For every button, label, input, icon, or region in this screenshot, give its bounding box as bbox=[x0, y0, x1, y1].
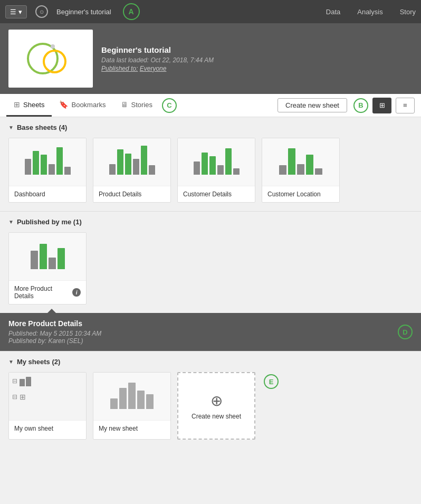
dashboard-chart bbox=[23, 147, 73, 177]
bar bbox=[49, 258, 56, 269]
dot bbox=[51, 44, 55, 49]
my-new-sheet-chart bbox=[108, 382, 156, 411]
bar bbox=[225, 148, 232, 175]
card-my-new-sheet-thumb bbox=[93, 373, 170, 420]
bar bbox=[233, 168, 240, 175]
collapse-arrow-icon: ▼ bbox=[8, 359, 14, 365]
card-dashboard[interactable]: Dashboard bbox=[8, 138, 87, 203]
stories-icon: 🖥 bbox=[121, 100, 128, 109]
bar bbox=[141, 146, 147, 175]
bar bbox=[209, 156, 216, 175]
more-product-details-chart bbox=[28, 242, 67, 271]
card-customer-location[interactable]: Customer Location bbox=[262, 138, 340, 203]
bar bbox=[20, 379, 25, 386]
app-thumbnail bbox=[8, 30, 93, 88]
base-sheets-header[interactable]: ▼ Base sheets (4) bbox=[8, 123, 413, 131]
annotation-b: B bbox=[353, 98, 368, 113]
app-name: Beginner's tutorial bbox=[56, 8, 111, 16]
bar bbox=[117, 149, 123, 175]
my-sheets-header[interactable]: ▼ My sheets (2) bbox=[8, 358, 413, 366]
card-product-details[interactable]: Product Details bbox=[93, 138, 171, 203]
card-product-details-thumb bbox=[93, 138, 170, 186]
base-sheets-section: ▼ Base sheets (4) Dashboard bbox=[0, 117, 421, 203]
bar bbox=[109, 164, 116, 175]
published-by-me-section: ▼ Published by me (1) More Product Detai… bbox=[0, 212, 421, 305]
bar bbox=[125, 154, 131, 175]
bar bbox=[306, 155, 313, 175]
card-more-product-details[interactable]: More Product Details i bbox=[8, 232, 87, 305]
annotation-d: D bbox=[398, 325, 413, 339]
menu-button[interactable]: ☰ ▾ bbox=[5, 5, 27, 18]
tooltip-published-date: Published: May 5 2015 10:34 AM bbox=[8, 330, 413, 337]
bar bbox=[49, 164, 55, 175]
bar bbox=[56, 147, 63, 175]
nav-links: Data Analysis Story bbox=[326, 8, 416, 16]
card-customer-details-label: Customer Details bbox=[178, 186, 255, 202]
bar bbox=[149, 165, 155, 175]
stacked-bars-1 bbox=[20, 376, 31, 386]
bookmarks-icon: 🔖 bbox=[59, 100, 68, 109]
app-icon: ⊙ bbox=[35, 5, 48, 18]
bar bbox=[133, 159, 139, 175]
tab-stories[interactable]: 🖥 Stories bbox=[113, 94, 160, 117]
card-customer-location-label: Customer Location bbox=[262, 186, 339, 202]
view-grid-button[interactable]: ⊞ bbox=[372, 98, 391, 113]
nav-data[interactable]: Data bbox=[326, 8, 340, 16]
base-sheets-grid: Dashboard Product Details bbox=[8, 138, 413, 203]
published-by-me-header[interactable]: ▼ Published by me (1) bbox=[8, 218, 413, 226]
main-content: ▼ Base sheets (4) Dashboard bbox=[0, 117, 421, 459]
bar bbox=[26, 377, 31, 386]
my-sheets-title: My sheets (2) bbox=[17, 358, 60, 366]
bar bbox=[31, 251, 38, 269]
stacked-row-1: ⊟ bbox=[12, 376, 83, 386]
app-header: Beginner's tutorial Data last loaded: Oc… bbox=[0, 23, 421, 94]
bar bbox=[217, 165, 224, 175]
card-dashboard-thumb bbox=[9, 138, 86, 186]
collapse-arrow-icon: ▼ bbox=[8, 219, 14, 225]
bar bbox=[64, 167, 71, 175]
app-info: Beginner's tutorial Data last loaded: Oc… bbox=[101, 45, 214, 72]
list-icon-2: ⊟ bbox=[12, 393, 17, 401]
published-by-me-title: Published by me (1) bbox=[17, 218, 82, 226]
tab-sheets[interactable]: ⊞ Sheets bbox=[6, 94, 52, 117]
card-my-own-sheet[interactable]: ⊟ ⊟ ⊞ My own sheet bbox=[8, 372, 87, 440]
card-customer-details-thumb bbox=[178, 138, 255, 186]
bar bbox=[279, 165, 286, 175]
bar bbox=[315, 168, 322, 175]
dropdown-arrow-icon: ▾ bbox=[18, 8, 22, 16]
bar bbox=[41, 155, 47, 175]
app-title: Beginner's tutorial bbox=[101, 45, 214, 54]
circles-logo bbox=[24, 40, 77, 77]
tab-bookmarks[interactable]: 🔖 Bookmarks bbox=[52, 94, 113, 117]
card-dashboard-label: Dashboard bbox=[9, 186, 86, 202]
card-my-own-sheet-thumb: ⊟ ⊟ ⊞ bbox=[9, 373, 86, 420]
view-list-button[interactable]: ≡ bbox=[396, 98, 415, 113]
last-loaded: Data last loaded: Oct 22, 2018, 7:44 AM bbox=[101, 56, 214, 64]
collapse-arrow-icon: ▼ bbox=[8, 125, 14, 130]
grid-icon: ⊞ bbox=[20, 393, 26, 401]
bar bbox=[146, 394, 154, 409]
grid-view-icon: ⊞ bbox=[379, 101, 385, 109]
bar bbox=[288, 148, 295, 175]
card-my-new-sheet-label: My new sheet bbox=[93, 420, 170, 436]
card-more-product-details-label: More Product Details i bbox=[9, 280, 86, 304]
tab-stories-label: Stories bbox=[131, 101, 152, 109]
info-icon[interactable]: i bbox=[72, 288, 81, 297]
nav-analysis[interactable]: Analysis bbox=[357, 8, 382, 16]
annotation-a: A bbox=[123, 3, 140, 20]
create-new-sheet-card[interactable]: ⊕ Create new sheet bbox=[177, 372, 255, 440]
nav-story[interactable]: Story bbox=[400, 8, 416, 16]
tooltip-panel: More Product Details Published: May 5 20… bbox=[0, 313, 421, 351]
tooltip-published-by: Published by: Karen (SEL) bbox=[8, 337, 413, 345]
tooltip-arrow bbox=[47, 309, 56, 313]
product-details-chart bbox=[107, 147, 157, 177]
card-product-details-label: Product Details bbox=[93, 186, 170, 202]
card-customer-details[interactable]: Customer Details bbox=[177, 138, 255, 203]
list-view-icon: ≡ bbox=[403, 101, 407, 109]
card-my-new-sheet[interactable]: My new sheet bbox=[93, 372, 171, 440]
hamburger-icon: ☰ bbox=[10, 8, 16, 16]
my-sheets-section: ▼ My sheets (2) ⊟ ⊟ ⊞ bbox=[0, 351, 421, 459]
list-icon: ⊟ bbox=[12, 377, 17, 385]
nav-actions: Create new sheet B ⊞ ≡ bbox=[278, 98, 415, 113]
create-sheet-button[interactable]: Create new sheet bbox=[278, 98, 347, 112]
